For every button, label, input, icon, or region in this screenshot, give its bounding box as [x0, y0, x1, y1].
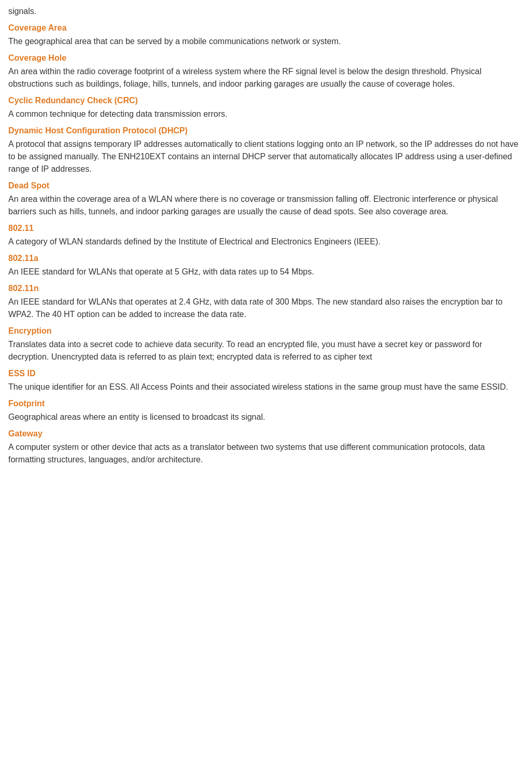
- term-definition-crc: A common technique for detecting data tr…: [8, 108, 524, 120]
- term-entry-dead-spot: Dead SpotAn area within the coverage are…: [8, 180, 524, 218]
- term-definition-dhcp: A protocol that assigns temporary IP add…: [8, 138, 524, 175]
- term-definition-80211n: An IEEE standard for WLANs that operates…: [8, 296, 524, 321]
- term-entry-encryption: EncryptionTranslates data into a secret …: [8, 325, 524, 363]
- term-definition-gateway: A computer system or other device that a…: [8, 441, 524, 466]
- term-title-coverage-area: Coverage Area: [8, 22, 524, 34]
- term-definition-80211: A category of WLAN standards defined by …: [8, 236, 524, 248]
- term-title-encryption: Encryption: [8, 325, 524, 337]
- term-definition-coverage-hole: An area within the radio coverage footpr…: [8, 65, 524, 90]
- term-title-crc: Cyclic Redundancy Check (CRC): [8, 94, 524, 107]
- intro-text: signals.: [8, 5, 524, 18]
- term-title-gateway: Gateway: [8, 428, 524, 440]
- term-entry-80211: 802.11A category of WLAN standards defin…: [8, 222, 524, 248]
- term-title-80211n: 802.11n: [8, 282, 524, 295]
- term-definition-footprint: Geographical areas where an entity is li…: [8, 411, 524, 423]
- term-entry-gateway: GatewayA computer system or other device…: [8, 428, 524, 466]
- term-definition-coverage-area: The geographical area that can be served…: [8, 35, 524, 48]
- term-entry-coverage-area: Coverage AreaThe geographical area that …: [8, 22, 524, 48]
- term-entry-80211n: 802.11nAn IEEE standard for WLANs that o…: [8, 282, 524, 321]
- term-title-footprint: Footprint: [8, 397, 524, 410]
- term-definition-ess-id: The unique identifier for an ESS. All Ac…: [8, 381, 524, 393]
- term-definition-dead-spot: An area within the coverage area of a WL…: [8, 193, 524, 218]
- term-entry-ess-id: ESS IDThe unique identifier for an ESS. …: [8, 367, 524, 393]
- term-title-80211a: 802.11a: [8, 252, 524, 265]
- term-entry-80211a: 802.11aAn IEEE standard for WLANs that o…: [8, 252, 524, 278]
- term-title-dead-spot: Dead Spot: [8, 180, 524, 192]
- term-definition-encryption: Translates data into a secret code to ac…: [8, 338, 524, 363]
- term-title-dhcp: Dynamic Host Configuration Protocol (DHC…: [8, 125, 524, 137]
- term-entry-footprint: FootprintGeographical areas where an ent…: [8, 397, 524, 423]
- term-title-80211: 802.11: [8, 222, 524, 235]
- term-definition-80211a: An IEEE standard for WLANs that operate …: [8, 266, 524, 278]
- term-title-coverage-hole: Coverage Hole: [8, 52, 524, 64]
- term-entry-dhcp: Dynamic Host Configuration Protocol (DHC…: [8, 125, 524, 175]
- term-title-ess-id: ESS ID: [8, 367, 524, 380]
- terms-container: Coverage AreaThe geographical area that …: [8, 22, 524, 466]
- term-entry-crc: Cyclic Redundancy Check (CRC)A common te…: [8, 94, 524, 120]
- term-entry-coverage-hole: Coverage HoleAn area within the radio co…: [8, 52, 524, 90]
